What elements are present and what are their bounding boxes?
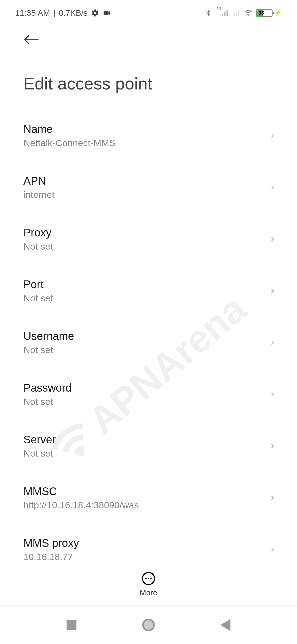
setting-mms-proxy[interactable]: MMS proxy 10.16.18.77 <box>23 524 282 575</box>
setting-value: 10.16.18.77 <box>23 552 79 562</box>
more-icon <box>142 572 155 585</box>
signal-icon-2 <box>233 9 241 17</box>
setting-label: APN <box>23 175 54 187</box>
setting-label: Port <box>23 278 53 291</box>
navigation-bar <box>0 605 297 644</box>
setting-value: Not set <box>23 448 56 459</box>
nav-recent-button[interactable] <box>65 618 78 632</box>
circle-icon <box>142 619 155 631</box>
setting-value: Not set <box>23 345 74 355</box>
setting-label: Username <box>23 330 74 342</box>
bluetooth-icon <box>205 9 212 17</box>
chevron-right-icon <box>269 391 276 398</box>
page-title: Edit access point <box>0 52 297 110</box>
setting-value: Not set <box>23 293 53 304</box>
setting-label: Password <box>23 382 72 394</box>
status-separator: | <box>53 8 56 18</box>
setting-port[interactable]: Port Not set <box>23 265 282 317</box>
setting-proxy[interactable]: Proxy Not set <box>23 213 282 265</box>
chevron-right-icon <box>269 235 276 243</box>
charging-icon: ⚡ <box>274 9 282 17</box>
chevron-right-icon <box>269 442 276 450</box>
chevron-right-icon <box>269 546 276 553</box>
signal-icon-1 <box>221 9 229 17</box>
status-time: 11:35 AM <box>15 8 50 18</box>
status-right: 4G 38 ⚡ <box>205 9 282 17</box>
more-label: More <box>140 588 157 597</box>
signal-4g-label: 4G <box>216 9 229 17</box>
camera-icon <box>103 9 111 17</box>
setting-value: http://10.16.18.4:38090/was <box>23 500 139 511</box>
setting-apn[interactable]: APN internet <box>23 162 282 213</box>
setting-value: Not set <box>23 396 72 407</box>
setting-value: internet <box>23 189 54 200</box>
more-button[interactable]: More <box>140 572 157 597</box>
settings-list: Name Nettalk-Connect-MMS APN internet Pr… <box>0 110 297 575</box>
setting-value: Not set <box>23 241 53 252</box>
setting-password[interactable]: Password Not set <box>23 369 282 420</box>
square-icon <box>67 620 76 630</box>
setting-label: Server <box>23 433 56 446</box>
setting-server[interactable]: Server Not set <box>23 420 282 472</box>
nav-back-button[interactable] <box>219 618 232 632</box>
bottom-bar: More <box>0 572 297 597</box>
back-arrow-icon[interactable] <box>23 34 40 45</box>
header <box>0 23 297 52</box>
status-data-speed: 0.7KB/s <box>59 8 88 18</box>
chevron-right-icon <box>269 339 276 346</box>
setting-value: Nettalk-Connect-MMS <box>23 138 115 148</box>
nav-home-button[interactable] <box>142 618 155 632</box>
setting-label: MMSC <box>23 485 139 498</box>
battery-indicator: 38 ⚡ <box>256 9 282 17</box>
setting-label: MMS proxy <box>23 537 79 549</box>
wifi-icon <box>244 9 252 17</box>
chevron-right-icon <box>269 132 276 140</box>
setting-name[interactable]: Name Nettalk-Connect-MMS <box>23 110 282 162</box>
setting-mmsc[interactable]: MMSC http://10.16.18.4:38090/was <box>23 472 282 524</box>
setting-label: Proxy <box>23 227 53 239</box>
chevron-right-icon <box>269 494 276 502</box>
setting-username[interactable]: Username Not set <box>23 317 282 369</box>
status-left: 11:35 AM | 0.7KB/s <box>15 8 111 18</box>
setting-label: Name <box>23 123 115 135</box>
gear-icon <box>91 9 99 17</box>
status-bar: 11:35 AM | 0.7KB/s 4G 38 ⚡ <box>0 0 297 23</box>
chevron-right-icon <box>269 184 276 191</box>
triangle-icon <box>221 619 230 631</box>
chevron-right-icon <box>269 287 276 295</box>
